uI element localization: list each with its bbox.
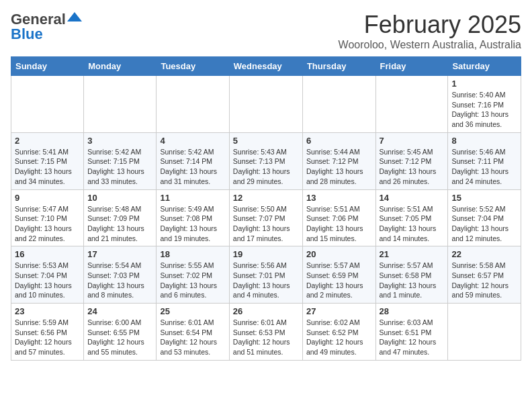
day-number: 9 xyxy=(15,193,80,203)
weekday-header-thursday: Thursday xyxy=(302,57,375,76)
day-number: 13 xyxy=(306,193,372,203)
calendar-cell: 16Sunrise: 5:53 AMSunset: 7:04 PMDayligh… xyxy=(11,246,84,304)
day-number: 28 xyxy=(380,306,445,316)
day-detail: Sunrise: 5:49 AMSunset: 7:08 PMDaylight:… xyxy=(160,204,225,244)
day-number: 6 xyxy=(306,136,372,146)
calendar-cell: 23Sunrise: 5:59 AMSunset: 6:56 PMDayligh… xyxy=(11,304,84,361)
day-detail: Sunrise: 5:51 AMSunset: 7:06 PMDaylight:… xyxy=(306,204,372,244)
day-number: 15 xyxy=(451,193,517,203)
weekday-header-sunday: Sunday xyxy=(11,57,84,76)
calendar-cell: 25Sunrise: 6:01 AMSunset: 6:54 PMDayligh… xyxy=(157,304,229,361)
logo-icon xyxy=(67,12,82,24)
calendar-cell: 26Sunrise: 6:01 AMSunset: 6:53 PMDayligh… xyxy=(229,304,302,361)
calendar-cell: 21Sunrise: 5:57 AMSunset: 6:58 PMDayligh… xyxy=(375,246,448,304)
calendar-cell: 12Sunrise: 5:50 AMSunset: 7:07 PMDayligh… xyxy=(229,189,302,246)
calendar-cell: 15Sunrise: 5:52 AMSunset: 7:04 PMDayligh… xyxy=(448,189,521,246)
day-detail: Sunrise: 5:55 AMSunset: 7:02 PMDaylight:… xyxy=(160,261,225,300)
calendar-cell: 4Sunrise: 5:42 AMSunset: 7:14 PMDaylight… xyxy=(157,132,229,189)
day-number: 8 xyxy=(451,136,517,146)
day-detail: Sunrise: 5:40 AMSunset: 7:16 PMDaylight:… xyxy=(451,90,517,130)
day-number: 4 xyxy=(160,136,225,146)
calendar-cell: 1Sunrise: 5:40 AMSunset: 7:16 PMDaylight… xyxy=(448,76,521,133)
day-number: 5 xyxy=(233,136,299,146)
day-detail: Sunrise: 5:44 AMSunset: 7:12 PMDaylight:… xyxy=(306,147,372,187)
location-title: Wooroloo, Western Australia, Australia xyxy=(339,39,521,51)
day-detail: Sunrise: 6:01 AMSunset: 6:53 PMDaylight:… xyxy=(233,318,299,357)
day-detail: Sunrise: 5:53 AMSunset: 7:04 PMDaylight:… xyxy=(15,261,80,300)
day-number: 22 xyxy=(451,249,517,259)
logo: General Blue xyxy=(11,11,82,43)
calendar-cell xyxy=(157,76,229,133)
title-block: February 2025 Wooroloo, Western Australi… xyxy=(339,11,521,51)
day-detail: Sunrise: 5:54 AMSunset: 7:03 PMDaylight:… xyxy=(87,261,152,300)
calendar-week-row: 2Sunrise: 5:41 AMSunset: 7:15 PMDaylight… xyxy=(11,132,521,189)
day-number: 18 xyxy=(160,249,225,259)
day-number: 14 xyxy=(380,193,445,203)
calendar-cell: 2Sunrise: 5:41 AMSunset: 7:15 PMDaylight… xyxy=(11,132,84,189)
calendar-week-row: 1Sunrise: 5:40 AMSunset: 7:16 PMDaylight… xyxy=(11,76,521,133)
day-detail: Sunrise: 5:58 AMSunset: 6:57 PMDaylight:… xyxy=(451,261,517,300)
day-detail: Sunrise: 5:50 AMSunset: 7:07 PMDaylight:… xyxy=(233,204,299,244)
day-detail: Sunrise: 5:56 AMSunset: 7:01 PMDaylight:… xyxy=(233,261,299,300)
calendar-cell: 28Sunrise: 6:03 AMSunset: 6:51 PMDayligh… xyxy=(375,304,448,361)
day-number: 17 xyxy=(87,249,152,259)
day-detail: Sunrise: 6:01 AMSunset: 6:54 PMDaylight:… xyxy=(160,318,225,357)
day-number: 23 xyxy=(15,306,80,316)
calendar-week-row: 16Sunrise: 5:53 AMSunset: 7:04 PMDayligh… xyxy=(11,246,521,304)
calendar-cell xyxy=(448,304,521,361)
calendar-cell: 7Sunrise: 5:45 AMSunset: 7:12 PMDaylight… xyxy=(375,132,448,189)
calendar-cell xyxy=(11,76,84,133)
day-detail: Sunrise: 5:41 AMSunset: 7:15 PMDaylight:… xyxy=(15,147,80,187)
day-detail: Sunrise: 6:02 AMSunset: 6:52 PMDaylight:… xyxy=(306,318,372,357)
calendar-week-row: 9Sunrise: 5:47 AMSunset: 7:10 PMDaylight… xyxy=(11,189,521,246)
day-detail: Sunrise: 5:57 AMSunset: 6:58 PMDaylight:… xyxy=(380,261,445,300)
day-detail: Sunrise: 5:59 AMSunset: 6:56 PMDaylight:… xyxy=(15,318,80,357)
day-number: 10 xyxy=(87,193,152,203)
day-detail: Sunrise: 5:52 AMSunset: 7:04 PMDaylight:… xyxy=(451,204,517,244)
day-detail: Sunrise: 5:46 AMSunset: 7:11 PMDaylight:… xyxy=(451,147,517,187)
day-detail: Sunrise: 5:45 AMSunset: 7:12 PMDaylight:… xyxy=(380,147,445,187)
calendar-cell: 5Sunrise: 5:43 AMSunset: 7:13 PMDaylight… xyxy=(229,132,302,189)
calendar-cell: 11Sunrise: 5:49 AMSunset: 7:08 PMDayligh… xyxy=(157,189,229,246)
day-detail: Sunrise: 6:00 AMSunset: 6:55 PMDaylight:… xyxy=(87,318,152,357)
day-number: 16 xyxy=(15,249,80,259)
calendar-cell: 20Sunrise: 5:57 AMSunset: 6:59 PMDayligh… xyxy=(302,246,375,304)
day-detail: Sunrise: 5:57 AMSunset: 6:59 PMDaylight:… xyxy=(306,261,372,300)
weekday-header-wednesday: Wednesday xyxy=(229,57,302,76)
day-detail: Sunrise: 5:48 AMSunset: 7:09 PMDaylight:… xyxy=(87,204,152,244)
calendar-cell: 17Sunrise: 5:54 AMSunset: 7:03 PMDayligh… xyxy=(84,246,157,304)
calendar-cell xyxy=(229,76,302,133)
day-number: 1 xyxy=(451,79,517,89)
calendar-cell: 9Sunrise: 5:47 AMSunset: 7:10 PMDaylight… xyxy=(11,189,84,246)
day-detail: Sunrise: 5:42 AMSunset: 7:15 PMDaylight:… xyxy=(87,147,152,187)
month-title: February 2025 xyxy=(339,11,521,39)
calendar-week-row: 23Sunrise: 5:59 AMSunset: 6:56 PMDayligh… xyxy=(11,304,521,361)
svg-marker-0 xyxy=(67,12,82,21)
page-header: General Blue February 2025 Wooroloo, Wes… xyxy=(11,11,521,51)
weekday-header-monday: Monday xyxy=(84,57,157,76)
logo-blue: Blue xyxy=(11,26,43,43)
weekday-header-tuesday: Tuesday xyxy=(157,57,229,76)
calendar-cell: 10Sunrise: 5:48 AMSunset: 7:09 PMDayligh… xyxy=(84,189,157,246)
day-number: 24 xyxy=(87,306,152,316)
day-number: 26 xyxy=(233,306,299,316)
day-number: 19 xyxy=(233,249,299,259)
weekday-header-friday: Friday xyxy=(375,57,448,76)
calendar-cell: 6Sunrise: 5:44 AMSunset: 7:12 PMDaylight… xyxy=(302,132,375,189)
calendar-cell xyxy=(84,76,157,133)
calendar-cell: 13Sunrise: 5:51 AMSunset: 7:06 PMDayligh… xyxy=(302,189,375,246)
calendar-cell: 8Sunrise: 5:46 AMSunset: 7:11 PMDaylight… xyxy=(448,132,521,189)
calendar-cell xyxy=(375,76,448,133)
calendar-header-row: SundayMondayTuesdayWednesdayThursdayFrid… xyxy=(11,57,521,76)
day-number: 20 xyxy=(306,249,372,259)
day-number: 12 xyxy=(233,193,299,203)
calendar-cell: 19Sunrise: 5:56 AMSunset: 7:01 PMDayligh… xyxy=(229,246,302,304)
day-detail: Sunrise: 5:42 AMSunset: 7:14 PMDaylight:… xyxy=(160,147,225,187)
day-number: 7 xyxy=(380,136,445,146)
calendar-cell xyxy=(302,76,375,133)
calendar-cell: 3Sunrise: 5:42 AMSunset: 7:15 PMDaylight… xyxy=(84,132,157,189)
calendar: SundayMondayTuesdayWednesdayThursdayFrid… xyxy=(11,56,521,361)
day-number: 25 xyxy=(160,306,225,316)
calendar-cell: 14Sunrise: 5:51 AMSunset: 7:05 PMDayligh… xyxy=(375,189,448,246)
day-detail: Sunrise: 6:03 AMSunset: 6:51 PMDaylight:… xyxy=(380,318,445,357)
